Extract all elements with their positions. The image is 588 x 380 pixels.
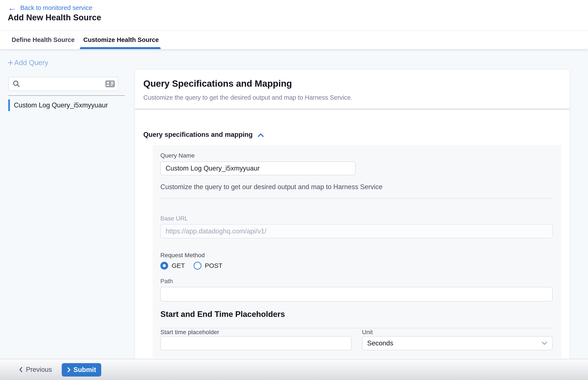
- chevron-left-icon: [18, 366, 23, 373]
- arrow-left-icon: ←: [8, 3, 17, 12]
- query-list-item[interactable]: Custom Log Query_i5xmyyuaur: [8, 99, 125, 112]
- request-method-radios: GET POST: [160, 262, 231, 269]
- sidebar-divider: [8, 95, 125, 96]
- query-sidebar: + Add Query: [0, 49, 135, 359]
- base-url-input[interactable]: [160, 224, 553, 238]
- id-card-icon[interactable]: [105, 80, 115, 88]
- form-card: Query Name Customize the query to get ou…: [153, 145, 561, 358]
- footer-bar: Previous Submit: [0, 359, 588, 380]
- add-query-button[interactable]: + Add Query: [8, 58, 48, 67]
- unit-selected-value: Seconds: [367, 339, 393, 347]
- search-icon: [13, 80, 20, 88]
- header: ← Back to monitored service Add New Heal…: [0, 0, 588, 49]
- query-item-label: Custom Log Query_i5xmyyuaur: [14, 101, 108, 109]
- panel-heading: Query Specifications and Mapping: [143, 78, 292, 89]
- radio-get-label: GET: [172, 262, 185, 269]
- active-tab-underline: [80, 47, 161, 49]
- page-title: Add New Health Source: [8, 13, 101, 22]
- time-placeholders-heading: Start and End Time Placeholders: [160, 310, 285, 319]
- radio-selected-icon[interactable]: [160, 262, 168, 269]
- app: ← Back to monitored service Add New Heal…: [0, 0, 588, 380]
- tab-bar: Define Health Source Customize Health So…: [0, 31, 588, 49]
- form-divider: [160, 198, 553, 199]
- request-method-label: Request Method: [160, 252, 205, 259]
- main-panel: Query Specifications and Mapping Customi…: [135, 70, 570, 359]
- radio-option-get[interactable]: GET: [160, 262, 185, 269]
- submit-button[interactable]: Submit: [62, 363, 101, 377]
- query-name-label: Query Name: [160, 152, 195, 159]
- previous-label: Previous: [26, 366, 52, 374]
- back-link-label: Back to monitored service: [20, 4, 92, 11]
- start-time-label: Start time placeholder: [160, 329, 219, 336]
- content-area: + Add Query: [0, 49, 588, 359]
- section-header: Query specifications and mapping: [143, 131, 264, 139]
- query-name-input[interactable]: [160, 161, 356, 175]
- chevron-right-icon: [67, 367, 71, 373]
- base-url-label: Base URL: [160, 215, 188, 222]
- unit-label: Unit: [362, 329, 373, 336]
- radio-option-post[interactable]: POST: [194, 262, 223, 269]
- chevron-up-icon[interactable]: [257, 133, 264, 138]
- start-time-input[interactable]: [160, 336, 352, 350]
- back-link[interactable]: ← Back to monitored service: [8, 3, 92, 13]
- search-input[interactable]: [23, 80, 103, 88]
- selected-indicator-bar: [8, 99, 10, 111]
- section-title: Query specifications and mapping: [143, 131, 253, 139]
- chevron-down-icon: [541, 341, 547, 345]
- tab-define-health-source[interactable]: Define Health Source: [12, 31, 75, 49]
- path-input[interactable]: [160, 287, 553, 302]
- submit-label: Submit: [73, 366, 96, 374]
- tab-customize-health-source[interactable]: Customize Health Source: [83, 31, 159, 49]
- path-label: Path: [160, 278, 173, 285]
- radio-unselected-icon[interactable]: [194, 262, 201, 269]
- plus-icon: +: [8, 59, 13, 67]
- panel-subheading: Customize the query to get the desired o…: [143, 94, 352, 101]
- unit-select[interactable]: Seconds: [362, 336, 553, 350]
- query-name-help: Customize the query to get our desired o…: [160, 183, 382, 191]
- panel-divider: [135, 109, 570, 109]
- add-query-label: Add Query: [14, 58, 48, 67]
- previous-button[interactable]: Previous: [18, 359, 52, 380]
- query-search-box: [8, 77, 118, 91]
- radio-post-label: POST: [205, 262, 223, 269]
- form-divider: [160, 328, 553, 328]
